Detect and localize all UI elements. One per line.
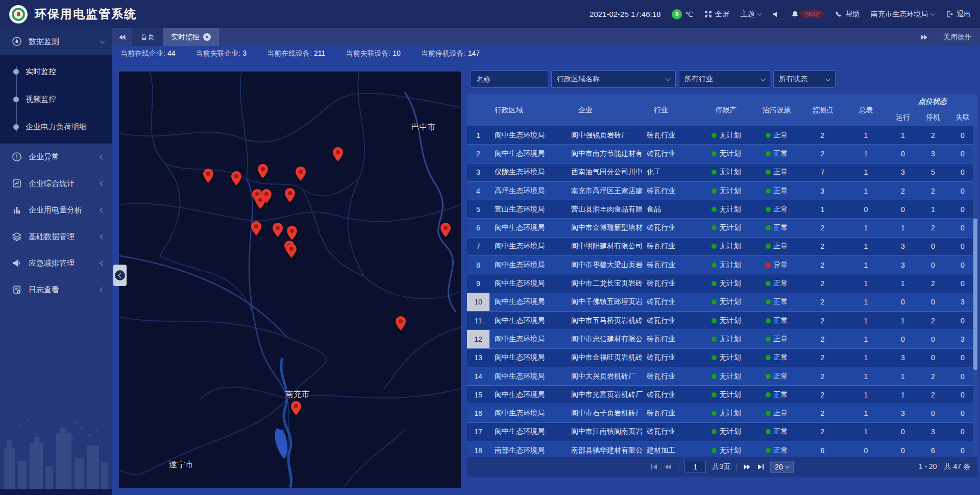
tabs-scroll-right-icon[interactable]	[914, 34, 934, 40]
industry-cell: 建材加工	[644, 441, 700, 456]
map-pin[interactable]	[255, 195, 265, 209]
table-row[interactable]: 7阆中生态环境局阆中明阳建材有限公司砖瓦行业无计划正常21300	[467, 238, 977, 256]
meters-cell: 1	[844, 238, 888, 255]
exit-button[interactable]: 退出	[946, 10, 971, 19]
map-pin[interactable]	[287, 226, 297, 240]
next-page-icon[interactable]	[743, 464, 751, 470]
submenu-item[interactable]: 实时监控	[0, 58, 112, 85]
stat-label: 当前失联设备:	[346, 49, 390, 57]
table-row[interactable]: 9阆中生态环境局阆中市二龙长宝页岩砖砖瓦行业无计划正常21120	[467, 274, 977, 293]
map-pin[interactable]	[296, 167, 306, 181]
map-pin[interactable]	[333, 147, 343, 161]
table-row[interactable]: 12阆中生态环境局阆中市忠信建材有限公砖瓦行业无计划正常21003	[467, 330, 977, 348]
tab-home[interactable]: 首页	[132, 28, 163, 46]
submenu-item-label: 实时监控	[26, 67, 56, 77]
sidebar-item-power-analysis[interactable]: 企业用电量分析	[0, 197, 112, 223]
points-cell: 2	[801, 145, 844, 162]
industry-select[interactable]: 所有行业	[679, 70, 770, 88]
map-pin[interactable]	[396, 316, 406, 331]
sidebar-item-enterprise-statistics[interactable]: 企业综合统计	[0, 170, 112, 197]
sidebar-item-label: 基础数据管理	[29, 232, 101, 242]
production-cell: 无计划	[700, 145, 752, 162]
status-select[interactable]: 所有状态	[773, 70, 836, 88]
sidebar-item-base-data[interactable]: 基础数据管理	[0, 223, 112, 250]
scrollbar-thumb[interactable]	[973, 219, 977, 370]
table-scrollbar[interactable]	[973, 126, 977, 456]
table-row[interactable]: 15阆中生态环境局阆中市光富页岩机砖厂砖瓦行业无计划正常21120	[467, 386, 977, 404]
status-dot	[766, 151, 771, 156]
row-index-cell: 13	[467, 349, 489, 367]
facility-cell: 正常	[752, 330, 801, 348]
header-stop: 停机	[918, 109, 948, 126]
status-dot	[712, 299, 717, 304]
map-panel[interactable]: 巴中市南充市遂宁市	[119, 72, 461, 488]
table-row[interactable]: 13阆中生态环境局阆中市金福旺页岩机砖砖瓦行业无计划正常21300	[467, 349, 977, 367]
help-button[interactable]: 帮助	[835, 10, 860, 19]
sidebar-item-log-view[interactable]: 日志查看	[0, 276, 112, 303]
tabs-scroll-left-icon[interactable]	[112, 34, 132, 40]
name-search-input[interactable]	[471, 70, 548, 88]
submenu-item[interactable]: 企业电力负荷明细	[0, 113, 112, 140]
table-row[interactable]: 6阆中生态环境局阆中市金博瑞新型墙材砖瓦行业无计划正常21120	[467, 219, 977, 237]
map-pin[interactable]	[273, 223, 283, 237]
region-cell: 阆中生态环境局	[489, 219, 566, 237]
status-dot	[766, 281, 771, 286]
table-row[interactable]: 14阆中生态环境局阆中大兴页岩机砖厂砖瓦行业无计划正常21120	[467, 367, 977, 386]
fullscreen-label: 全屏	[715, 10, 729, 19]
industry-cell: 砖瓦行业	[644, 423, 700, 441]
map-pin[interactable]	[258, 164, 268, 178]
close-icon[interactable]: ✕	[203, 33, 211, 41]
top-header: 环保用电监管系统 2021-02-25 17:46:18 0 ℃ 全屏 主题	[0, 0, 980, 28]
prev-page-icon[interactable]	[664, 464, 672, 470]
meters-cell: 1	[844, 256, 888, 274]
sidebar-item-emergency-reduction[interactable]: 应急减排管理	[0, 250, 112, 276]
status-dot	[712, 374, 717, 379]
first-page-icon[interactable]	[651, 464, 658, 470]
production-cell: 无计划	[700, 182, 752, 200]
table-row[interactable]: 1阆中生态环境局阆中强锐页岩砖厂砖瓦行业无计划正常21120	[467, 126, 977, 145]
points-cell: 2	[801, 330, 844, 348]
org-dropdown[interactable]: 南充市生态环境局	[871, 10, 935, 19]
table-row[interactable]: 16阆中生态环境局阆中市石子页岩机砖厂砖瓦行业无计划正常21300	[467, 404, 977, 422]
table-row[interactable]: 5营山生态环境局营山县润丰肉食品有限食品无计划正常10010	[467, 200, 977, 219]
map-pin[interactable]	[285, 188, 295, 202]
map-pin[interactable]	[286, 244, 297, 258]
fullscreen-button[interactable]: 全屏	[704, 10, 729, 19]
table-row[interactable]: 17阆中生态环境局阆中市江南镇阆南页岩砖瓦行业无计划正常21030	[467, 423, 977, 441]
close-operations-button[interactable]: 关闭操作	[943, 33, 972, 42]
alarm-indicator[interactable]: 2632	[791, 10, 824, 18]
row-index-cell: 1	[467, 126, 489, 144]
row-index-cell: 12	[467, 330, 489, 348]
page-size-select[interactable]: 20	[770, 461, 794, 473]
page-size-value: 20	[775, 463, 783, 471]
submenu-item[interactable]: 视频监控	[0, 85, 112, 113]
sidebar-item-enterprise-abnormal[interactable]: 企业异常	[0, 144, 112, 170]
tab-label: 实时监控	[171, 33, 200, 42]
map-pin[interactable]	[231, 171, 241, 185]
tab-realtime-monitoring[interactable]: 实时监控 ✕	[163, 28, 219, 46]
facility-cell: 正常	[752, 386, 801, 404]
map-pin[interactable]	[291, 401, 301, 415]
table-row[interactable]: 3仪陇生态环境局西南油气田分公司川中化工无计划正常71350	[467, 163, 977, 182]
map-pin[interactable]	[203, 169, 213, 183]
sidebar-item-data-monitoring[interactable]: 数据监测	[0, 28, 112, 55]
sound-toggle[interactable]	[773, 11, 780, 18]
table-row[interactable]: 8阆中生态环境局阆中市枣碧大梁山页岩砖瓦行业无计划异常21300	[467, 256, 977, 274]
table-row[interactable]: 10阆中生态环境局阆中千佛镇五郎垭页岩砖瓦行业无计划正常21003	[467, 293, 977, 312]
table-row[interactable]: 2阆中生态环境局阆中市南方节能建材有砖瓦行业无计划正常21030	[467, 145, 977, 163]
page-number-input[interactable]	[684, 461, 706, 473]
table-row[interactable]: 18南部生态环境局南部县驰华建材有限公建材加工无计划正常60060	[467, 441, 977, 456]
region-select[interactable]: 行政区域名称	[551, 70, 676, 88]
table-row[interactable]: 4高坪生态环境局南充市高坪区王家店建砖瓦行业无计划正常31220	[467, 182, 977, 200]
table-row[interactable]: 11阆中生态环境局阆中市五马桥页岩机砖砖瓦行业无计划正常21120	[467, 312, 977, 330]
panel-collapse-handle[interactable]	[113, 265, 127, 286]
sidebar: 数据监测实时监控视频监控企业电力负荷明细企业异常企业综合统计企业用电量分析基础数…	[0, 28, 112, 495]
app-title: 环保用电监管系统	[35, 6, 137, 22]
last-page-icon[interactable]	[757, 464, 764, 470]
filter-bar: 行政区域名称 所有行业 所有状态	[471, 70, 836, 88]
status-dot	[712, 133, 717, 138]
map-pin[interactable]	[440, 223, 451, 237]
meters-cell: 1	[844, 367, 888, 385]
theme-dropdown[interactable]: 主题	[741, 10, 762, 19]
map-pin[interactable]	[251, 221, 261, 235]
